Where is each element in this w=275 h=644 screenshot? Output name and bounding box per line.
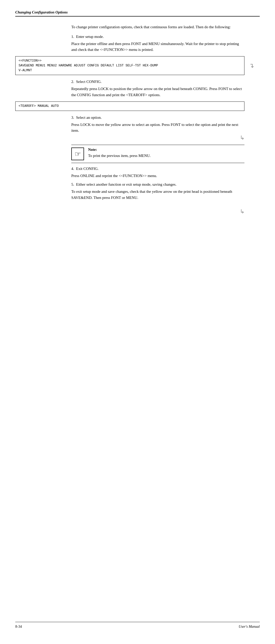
note-label: Note: <box>88 148 244 152</box>
scroll-arrow-3: ↳ <box>71 208 244 215</box>
function-menu-code-box: <<FUNCTION>> SAVE&END MENU1 MENU2 HARDWR… <box>15 56 244 75</box>
step-3-header: 3. Select an option. <box>71 115 244 120</box>
code-line-1: <<FUNCTION>> <box>19 58 241 63</box>
scroll-arrow-2: ↳ <box>71 135 244 141</box>
step-2: 2. Select CONFIG. Repeatedly press LOCK … <box>71 80 244 98</box>
page-header-title: Changing Configuration Options <box>15 10 68 14</box>
code-line-3: V-ALMNT <box>19 68 241 73</box>
tearoff-line-1: <TEAROFF> MANUAL AUTO <box>19 104 241 109</box>
footer-manual-title: User's Manual <box>239 625 260 629</box>
step-4-body: Press ONLINE and reprint the <<FUNCTION>… <box>71 173 244 179</box>
content-area: To change printer configuration options,… <box>71 24 244 215</box>
step-5-header: 5. Either select another function or exi… <box>71 182 244 187</box>
step-3: 3. Select an option. Press LOCK to move … <box>71 115 244 134</box>
step-3-body: Press LOCK to move the yellow arrow to s… <box>71 122 244 134</box>
step-2-body: Repeatedly press LOCK to position the ye… <box>71 86 244 98</box>
page-header: Changing Configuration Options <box>15 10 260 17</box>
step-4-header: 4. Exit CONFIG. <box>71 167 244 171</box>
scroll-arrow-1: ↴ <box>249 62 254 69</box>
step-4: 4. Exit CONFIG. Press ONLINE and reprint… <box>71 167 244 179</box>
note-hand-icon: ☞ <box>75 150 81 158</box>
page-container: Changing Configuration Options To change… <box>0 0 275 644</box>
tearoff-code-box: <TEAROFF> MANUAL AUTO <box>15 101 244 111</box>
page-footer: 8-34 User's Manual <box>15 622 260 629</box>
intro-text: To change printer configuration options,… <box>71 24 244 30</box>
step-5-body: To exit setup mode and save changes, che… <box>71 189 244 201</box>
step-1-body: Place the printer offline and then press… <box>71 41 244 53</box>
step-1-header: 1. Enter setup mode. <box>71 35 244 39</box>
step-2-header: 2. Select CONFIG. <box>71 80 244 84</box>
step-1: 1. Enter setup mode. Place the printer o… <box>71 35 244 53</box>
step-5: 5. Either select another function or exi… <box>71 182 244 201</box>
code-line-2: SAVE&END MENU1 MENU2 HARDWRE ADJUST CONF… <box>19 63 241 68</box>
note-text: To print the previous item, press MENU. <box>88 153 244 159</box>
note-icon: ☞ <box>71 148 84 160</box>
note-content: Note: To print the previous item, press … <box>88 148 244 159</box>
note-box: ☞ Note: To print the previous item, pres… <box>71 145 244 163</box>
footer-page-number: 8-34 <box>15 625 22 629</box>
